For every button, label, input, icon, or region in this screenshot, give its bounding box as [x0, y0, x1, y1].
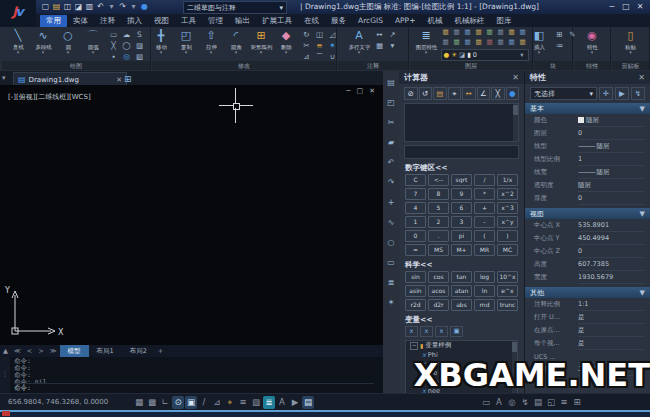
- ellipse-icon[interactable]: ◯: [121, 41, 133, 51]
- calculator-close-icon[interactable]: ✕: [512, 73, 519, 82]
- calc-key[interactable]: -: [474, 216, 495, 228]
- undo-icon[interactable]: ↶: [95, 1, 106, 13]
- layer-thaw-icon[interactable]: ▥: [474, 28, 484, 37]
- rectangle-icon[interactable]: ▭: [108, 30, 120, 40]
- polyline-tool-icon[interactable]: ∿: [385, 217, 397, 228]
- calc-key[interactable]: trunc: [497, 299, 518, 311]
- scale-icon[interactable]: ◿: [327, 30, 339, 40]
- file-tab-menu-icon[interactable]: ▾: [2, 74, 6, 82]
- menu-tab[interactable]: 输出: [229, 15, 256, 27]
- revision-cloud-icon[interactable]: ☁: [121, 30, 133, 40]
- fillet-button[interactable]: ◜圆角▾: [224, 28, 249, 55]
- menu-tab[interactable]: 实体: [67, 15, 94, 27]
- calc-key[interactable]: MR: [474, 244, 495, 256]
- move-button[interactable]: ╋移动▾: [149, 28, 174, 55]
- ribbon-group-label[interactable]: 图层: [410, 61, 532, 70]
- drawing-close-button[interactable]: ✕: [369, 87, 375, 95]
- selection-arrow-icon[interactable]: ▶: [289, 396, 301, 409]
- calc-key[interactable]: rnd: [474, 299, 495, 311]
- layer-unlock-icon[interactable]: ▥: [496, 28, 506, 37]
- calc-key[interactable]: 0: [405, 230, 426, 242]
- calc-key[interactable]: atan: [451, 285, 472, 297]
- ribbon-group-label[interactable]: 修改: [152, 61, 336, 70]
- graphics-performance-icon[interactable]: ↯: [519, 396, 531, 409]
- property-value[interactable]: 1:1: [578, 299, 644, 311]
- calc-key[interactable]: 7: [405, 188, 426, 200]
- get-coordinates-icon[interactable]: ⌖: [448, 87, 462, 100]
- last-layout-icon[interactable]: ≫: [47, 347, 60, 355]
- distance-between-points-icon[interactable]: ↔: [462, 87, 476, 100]
- menu-tab[interactable]: 常用: [40, 15, 67, 27]
- measure-tool-icon[interactable]: +: [385, 197, 397, 208]
- explode-icon[interactable]: ✶: [327, 41, 339, 51]
- app-logo-icon[interactable]: Jv: [0, 0, 36, 27]
- calc-key[interactable]: MC: [497, 244, 518, 256]
- menu-tab[interactable]: 扩展工具: [256, 15, 298, 27]
- property-value[interactable]: 1930.5679: [578, 272, 644, 284]
- calc-key[interactable]: (: [474, 230, 495, 242]
- ribbon-group-label[interactable]: 注释: [338, 61, 408, 70]
- tree-expander-icon[interactable]: −: [410, 342, 418, 350]
- property-value[interactable]: 是: [578, 312, 644, 324]
- property-value[interactable]: 450.4994: [578, 233, 644, 245]
- calc-key[interactable]: 2: [428, 216, 449, 228]
- stretch-button[interactable]: ⇧拉伸▾: [199, 28, 224, 55]
- annotation-visibility-icon[interactable]: A: [276, 396, 288, 409]
- menu-tab[interactable]: 工具: [175, 15, 202, 27]
- ribbon-group-label[interactable]: 绘图: [2, 61, 150, 70]
- dynamic-ucs-icon[interactable]: ⊿: [211, 396, 223, 409]
- construction-line-icon[interactable]: ╳: [108, 41, 120, 51]
- offset-icon[interactable]: ≡: [314, 41, 326, 51]
- maximize-button[interactable]: □: [619, 1, 633, 13]
- next-layout-icon[interactable]: >: [35, 347, 46, 355]
- first-layout-icon[interactable]: ≪: [11, 347, 24, 355]
- mtext-button[interactable]: A多行文字▾: [347, 28, 372, 55]
- table-icon[interactable]: ▦: [374, 41, 386, 51]
- paste-tool-icon[interactable]: ▤: [385, 77, 397, 88]
- calc-key[interactable]: =: [405, 244, 426, 256]
- layer-dropdown[interactable]: ●☀◪▮0▾: [441, 49, 529, 61]
- redo-tool-icon[interactable]: ↷: [385, 177, 397, 188]
- new-variable-icon[interactable]: x: [405, 326, 418, 337]
- undo-tool-icon[interactable]: ↶: [385, 157, 397, 168]
- layout-menu-icon[interactable]: ▲: [0, 347, 11, 355]
- isolate-objects-icon[interactable]: ◎: [506, 396, 518, 409]
- property-value[interactable]: 1: [578, 154, 644, 166]
- layer-freeze-icon[interactable]: ▥: [463, 28, 473, 37]
- lineweight-icon[interactable]: ≡: [237, 396, 249, 409]
- calc-key[interactable]: x^3: [497, 202, 518, 214]
- calc-key[interactable]: asin: [405, 285, 426, 297]
- circle-button[interactable]: ○圆▾: [56, 28, 81, 55]
- numpad-section-label[interactable]: 数字键区<<: [405, 163, 518, 173]
- file-tab-drawing1[interactable]: ▤ Drawing1.dwg ✕: [13, 72, 127, 86]
- property-value[interactable]: 0: [578, 193, 644, 205]
- calc-key[interactable]: ): [497, 230, 518, 242]
- calc-key[interactable]: 4: [405, 202, 426, 214]
- settings-tool-icon[interactable]: ✶: [385, 297, 397, 308]
- cut-tool-icon[interactable]: ✂: [385, 117, 397, 128]
- calc-key[interactable]: acos: [428, 285, 449, 297]
- clean-screen-icon[interactable]: ◱: [545, 396, 557, 409]
- property-value[interactable]: ———随层: [578, 167, 644, 179]
- calc-key[interactable]: tan: [451, 271, 472, 283]
- clear-icon[interactable]: ⊘: [404, 87, 418, 100]
- paste-to-command-line-icon[interactable]: ▤: [433, 87, 447, 100]
- property-value[interactable]: 607.7385: [578, 259, 644, 271]
- ribbon-group-label[interactable]: 特性: [574, 61, 610, 70]
- property-value[interactable]: 535.8901: [578, 220, 644, 232]
- calc-key[interactable]: +: [474, 202, 495, 214]
- insert-block-button[interactable]: ◧插入▾: [527, 28, 552, 55]
- property-value[interactable]: 0: [578, 128, 644, 140]
- property-value[interactable]: 是: [578, 325, 644, 337]
- properties-palette-button[interactable]: ◉特性▾: [580, 28, 605, 55]
- return-to-input-icon[interactable]: ▣: [450, 326, 463, 337]
- calc-key[interactable]: d2r: [428, 299, 449, 311]
- trim-icon[interactable]: ✂: [301, 41, 313, 51]
- calculator-history-box[interactable]: [404, 103, 519, 142]
- annotation-scale-icon[interactable]: A: [493, 396, 505, 409]
- history-scrollbar[interactable]: [513, 104, 518, 141]
- clipboard-paste-button[interactable]: ▯粘贴▾: [618, 28, 643, 55]
- layer-isolate-icon[interactable]: ▥: [507, 28, 517, 37]
- transparency-icon[interactable]: ▨: [250, 396, 262, 409]
- menu-tab[interactable]: 服务: [325, 15, 352, 27]
